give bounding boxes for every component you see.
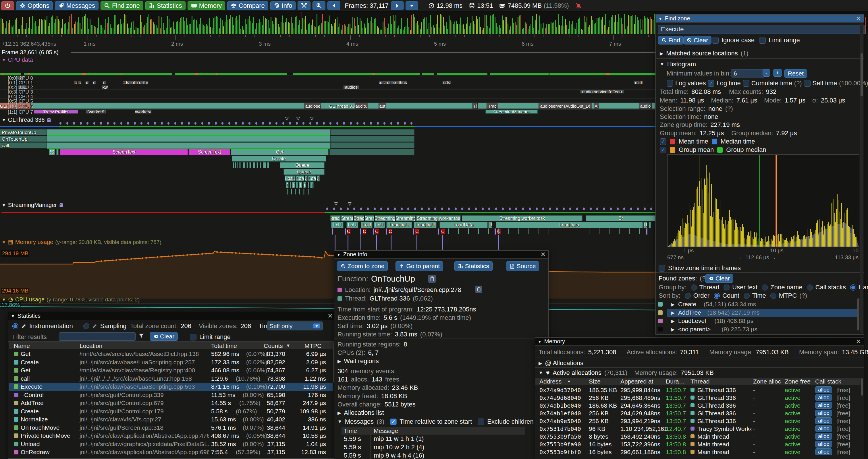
sample-dot[interactable] xyxy=(174,122,176,125)
sample-dot[interactable] xyxy=(289,122,291,125)
frame-bar[interactable] xyxy=(572,21,573,34)
frame-bar[interactable] xyxy=(95,27,96,34)
frame-bar[interactable] xyxy=(621,19,622,34)
frame-bar[interactable] xyxy=(394,21,395,34)
frame-bar[interactable] xyxy=(563,26,564,34)
log-values-checkbox[interactable] xyxy=(666,80,673,87)
frame-bar[interactable] xyxy=(48,26,49,34)
sample-dot[interactable] xyxy=(475,207,477,210)
frame-bar[interactable] xyxy=(407,19,408,34)
frame-bar[interactable] xyxy=(278,24,279,34)
frame-bar[interactable] xyxy=(562,16,563,34)
frame-bar[interactable] xyxy=(250,21,251,34)
cpu-timeline-block[interactable]: audioserver (AudioOut_D) xyxy=(538,103,592,109)
mean-median-checkbox[interactable]: ✓ xyxy=(660,138,666,145)
group-expand-arrow[interactable]: ▶ xyxy=(671,327,675,332)
matched-locations-toggle[interactable]: ▶Matched source locations(1) xyxy=(660,50,748,57)
zone[interactable]: Strean xyxy=(330,215,341,221)
zone[interactable]: LoadData xyxy=(496,222,643,228)
group-by-parent[interactable] xyxy=(850,285,856,291)
cpu-timeline-block[interactable]: cds_ol_rx_threa xyxy=(379,81,407,85)
frame-bar[interactable] xyxy=(128,28,129,34)
frame-bar[interactable] xyxy=(415,23,416,34)
frame-bar[interactable] xyxy=(479,17,480,34)
frame-bar[interactable] xyxy=(364,24,365,34)
frame-bar[interactable] xyxy=(334,23,335,34)
frame-bar[interactable] xyxy=(235,18,236,34)
cpu-timeline-block[interactable]: Trac xyxy=(487,103,498,109)
frame-bar[interactable] xyxy=(349,24,350,34)
frame-bar[interactable] xyxy=(421,22,422,34)
frame-bar[interactable] xyxy=(227,20,228,34)
frame-bar[interactable] xyxy=(143,27,144,34)
alloc-callstack-button[interactable]: alloc xyxy=(815,440,832,448)
frame-bar[interactable] xyxy=(627,26,628,34)
frame-bar[interactable] xyxy=(322,14,323,34)
filter-input[interactable] xyxy=(59,332,135,341)
frame-bar[interactable] xyxy=(327,21,328,34)
sample-dot[interactable] xyxy=(333,207,335,210)
zone[interactable]: Loa xyxy=(285,175,293,182)
frame-bar[interactable] xyxy=(337,17,338,34)
frame-bar[interactable] xyxy=(314,26,314,34)
allocations-toggle[interactable]: ▶@ Allocations xyxy=(538,359,583,367)
zone[interactable] xyxy=(287,189,288,195)
frame-bar[interactable] xyxy=(505,17,505,34)
zone[interactable] xyxy=(296,182,298,188)
sort-by-order[interactable] xyxy=(685,293,691,299)
sample-dot[interactable] xyxy=(509,207,511,210)
cpu-timeline-block[interactable]: c xyxy=(102,81,106,85)
frame-bar[interactable] xyxy=(302,18,303,34)
frame-bar[interactable] xyxy=(585,22,586,34)
frame-bar[interactable] xyxy=(530,24,531,34)
frame-bar[interactable] xyxy=(367,18,368,34)
statistics-row[interactable]: Normalizejni/../jni/src/claw/vfs/Vfs.cpp… xyxy=(9,415,333,423)
frame-bar[interactable] xyxy=(650,17,651,34)
frame-bar[interactable] xyxy=(482,30,483,34)
sample-dot[interactable] xyxy=(576,207,578,210)
sample-dot[interactable] xyxy=(370,122,372,125)
frame-bar[interactable] xyxy=(212,28,213,34)
frame-bar[interactable] xyxy=(110,24,111,34)
frame-bar[interactable] xyxy=(463,24,464,34)
frame-bar[interactable] xyxy=(429,23,429,34)
sample-dot[interactable] xyxy=(80,122,82,125)
frame-bar[interactable] xyxy=(388,24,389,34)
wait-regions-toggle[interactable]: ▶Wait regions xyxy=(338,357,379,365)
frame-bar[interactable] xyxy=(476,17,477,34)
frame-bar[interactable] xyxy=(654,14,655,34)
frame-bar[interactable] xyxy=(176,22,177,34)
frame-bar[interactable] xyxy=(331,24,332,34)
frame-bar[interactable] xyxy=(417,21,418,34)
frame-separator-label[interactable]: Frame 32,661 (6.05 s) xyxy=(2,49,59,56)
frame-bar[interactable] xyxy=(424,18,425,34)
zone[interactable] xyxy=(249,162,251,168)
sample-dot[interactable] xyxy=(542,207,544,210)
frame-bar[interactable] xyxy=(443,17,444,34)
frame-bar[interactable] xyxy=(170,28,171,34)
frame-bar[interactable] xyxy=(460,18,461,34)
frame-bar[interactable] xyxy=(558,14,559,34)
frame-bar[interactable] xyxy=(591,16,592,34)
compare-button[interactable]: Compare xyxy=(227,1,268,10)
frame-bar[interactable] xyxy=(612,15,613,34)
frame-bar[interactable] xyxy=(566,25,567,34)
frame-bar[interactable] xyxy=(205,26,205,34)
frame-bar[interactable] xyxy=(400,29,401,34)
sample-dot[interactable] xyxy=(428,207,430,210)
frame-bar[interactable] xyxy=(6,21,7,34)
sample-dot[interactable] xyxy=(407,207,409,210)
frame-bar[interactable] xyxy=(75,22,76,34)
frame-bar[interactable] xyxy=(368,23,369,34)
frame-bar[interactable] xyxy=(472,16,472,34)
cpu-usage-section-header[interactable]: ▼CPU usage(y-range: 0.78%, visible data … xyxy=(2,296,140,303)
frame-bar[interactable] xyxy=(427,29,428,34)
frame-bar[interactable] xyxy=(643,20,643,34)
frame-bar[interactable] xyxy=(571,24,571,34)
sample-dot[interactable] xyxy=(397,122,399,125)
sample-dot[interactable] xyxy=(441,207,443,210)
frame-bar[interactable] xyxy=(358,25,359,34)
alloc-callstack-button[interactable]: alloc xyxy=(815,425,832,432)
frame-bar[interactable] xyxy=(513,23,514,34)
frame-bar[interactable] xyxy=(396,14,396,34)
